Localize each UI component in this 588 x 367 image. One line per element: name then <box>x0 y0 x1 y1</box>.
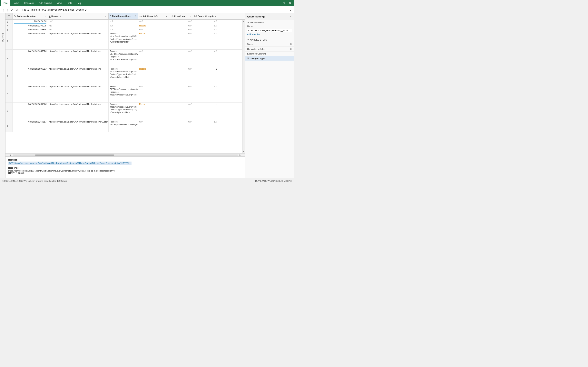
formula-bar: ❮ ❯ ⟳ fx ⌄ <box>0 6 294 13</box>
cell-additional: null <box>138 120 169 132</box>
cell-additional: Record <box>138 67 169 85</box>
table-row[interactable]: 4% 0:00:00.0449967https://services.odata… <box>6 32 242 50</box>
detail-response-url: https://services.odata.org/V4/Northwind/… <box>8 170 242 172</box>
cell-additional: null <box>138 50 169 67</box>
menu-transform[interactable]: Transform <box>21 0 37 6</box>
filter-datasource-icon[interactable]: ▼ <box>134 15 137 17</box>
data-area: ☷ ⏲ Exclusive Duration ▼ A̲̲ Resource ▼ … <box>6 13 245 178</box>
cell-resource: https://services.odata.org/V4/Northwind/… <box>48 120 108 132</box>
col-label-rowcount: Row Count <box>174 15 185 17</box>
menu-view[interactable]: View <box>54 0 64 6</box>
cell-rowcount: null <box>169 28 193 32</box>
cell-exclusive: % 0:00:00.0827382 <box>13 85 48 102</box>
col-header-rowcount[interactable]: 1²3 Row Count ▼ <box>169 13 193 19</box>
status-right: PREVIEW DOWNLOADED AT 5:30 PM <box>254 180 292 182</box>
step-gear-icon[interactable]: ⚙ <box>290 43 292 45</box>
detail-response-section: Response: https://services.odata.org/V4/… <box>8 167 242 174</box>
col-header-additional[interactable]: ↕↔ Additional Info ▼ <box>138 13 169 19</box>
cell-rowcount: null <box>169 50 193 67</box>
h-scroll-thumb[interactable] <box>35 154 114 156</box>
applied-steps-section-label: ▼ APPLIED STEPS <box>245 37 294 42</box>
table-row[interactable]: 6% 0:00:00.0030893https://services.odata… <box>6 67 242 85</box>
scroll-left-button[interactable]: ◀ <box>9 154 12 156</box>
cell-exclusive: % 0:00:00.0009076 <box>13 102 48 120</box>
name-property-label: Name <box>247 25 257 27</box>
cell-datasource: Request:GET https://services.odata.org/V <box>108 120 138 132</box>
name-property-row: Name <box>245 25 294 28</box>
col-header-rownum[interactable]: ☷ <box>6 13 13 19</box>
menu-add-column[interactable]: Add Column <box>37 0 54 6</box>
table-row[interactable]: 8% 0:00:00.0009076https://services.odata… <box>6 102 242 120</box>
properties-arrow-icon: ▼ <box>247 22 249 24</box>
step-gear-icon[interactable]: ⚙ <box>290 48 292 50</box>
cell-rownum: 7 <box>6 85 13 102</box>
applied-steps-list: Source⚙Converted to Table⚙Expanded Colum… <box>245 42 294 61</box>
step-delete-icon[interactable]: ✕ <box>247 57 249 60</box>
grid-scroll-inner[interactable]: 1% 0:00:00.00nullnullnullnullnull2% 0:00… <box>6 20 242 153</box>
cell-datasource: Request:https://services.odata.org/V4/NC… <box>108 102 138 120</box>
nav-forward-button[interactable]: ❯ <box>6 8 10 12</box>
cell-additional: null <box>138 20 169 24</box>
filter-rowcount-icon[interactable]: ▼ <box>189 15 191 17</box>
cell-rowcount: null <box>169 120 193 132</box>
detail-response-status: HTTP/1.1 200 OK <box>8 172 242 174</box>
name-property-input[interactable] <box>247 29 292 32</box>
cell-exclusive: % 0:00:00.0286070 <box>13 50 48 67</box>
vertical-scrollbar[interactable]: ▲ ▼ <box>242 20 245 153</box>
filter-resource-icon[interactable]: ▼ <box>104 15 107 17</box>
cell-rowcount: null <box>169 102 193 120</box>
table-row[interactable]: 9% 0:00:00.0269857https://services.odata… <box>6 120 242 132</box>
filter-contentlen-icon[interactable]: ▼ <box>214 15 217 17</box>
menu-file[interactable]: File <box>1 0 10 6</box>
applied-step-item[interactable]: ✕Changed Type <box>245 56 294 61</box>
table-row[interactable]: 3% 0:00:00.0253896nullnullnullnullnull <box>6 28 242 32</box>
menu-home[interactable]: Home <box>10 0 21 6</box>
filter-additional-icon[interactable]: ▼ <box>165 15 168 17</box>
cell-resource: null <box>48 28 108 32</box>
cell-rownum: 9 <box>6 120 13 132</box>
refresh-button[interactable]: ⟳ <box>10 8 14 12</box>
applied-step-item[interactable]: Expanded Column1 <box>245 51 294 56</box>
query-settings-close-button[interactable]: ✕ <box>290 15 292 18</box>
maximize-icon[interactable]: ◻ <box>281 1 287 6</box>
h-scroll-track[interactable] <box>13 154 238 156</box>
menu-help[interactable]: Help <box>74 0 84 6</box>
grid-table-wrap: 1% 0:00:00.00nullnullnullnullnull2% 0:00… <box>6 20 242 132</box>
detail-request-url[interactable]: GET https://services.odata.org/V4/Northw… <box>8 162 132 165</box>
col-header-datasource[interactable]: A̲̲ Data Source Query ▼ <box>108 13 138 19</box>
cell-rownum: 8 <box>6 102 13 120</box>
detail-request-label: Request: <box>8 158 242 161</box>
formula-expand-button[interactable]: ⌄ <box>288 8 293 12</box>
queries-label: Queries <box>1 33 4 42</box>
horizontal-scrollbar[interactable]: ◀ ▶ <box>6 153 245 157</box>
text-icon-datasource: A̲̲ <box>110 15 111 17</box>
minimize-icon[interactable]: − <box>275 1 281 6</box>
cell-rowcount: null <box>169 32 193 50</box>
grid-scroll-wrap: 1% 0:00:00.00nullnullnullnullnull2% 0:00… <box>6 20 245 153</box>
step-label: Converted to Table <box>247 48 265 50</box>
close-icon[interactable]: ✕ <box>287 1 293 6</box>
applied-step-item[interactable]: Source⚙ <box>245 42 294 47</box>
menu-tools[interactable]: Tools <box>64 0 74 6</box>
properties-section-label: ▼ PROPERTIES <box>245 20 294 25</box>
scroll-right-button[interactable]: ▶ <box>239 154 242 156</box>
table-row[interactable]: 5% 0:00:00.0286070https://services.odata… <box>6 50 242 67</box>
filter-exclusive-icon[interactable]: ▼ <box>44 15 46 17</box>
cell-contentlen: . <box>193 102 218 120</box>
step-label: Expanded Column1 <box>247 52 266 55</box>
nav-back-button[interactable]: ❮ <box>1 8 6 12</box>
formula-input[interactable] <box>19 8 288 11</box>
col-header-contentlen[interactable]: 1²3 Content Length ▼ <box>193 13 218 19</box>
table-row[interactable]: 1% 0:00:00.00nullnullnullnullnull <box>6 20 242 24</box>
col-header-exclusive[interactable]: ⏲ Exclusive Duration ▼ <box>13 13 48 19</box>
queries-panel: Queries <box>0 13 6 178</box>
applied-step-item[interactable]: Converted to Table⚙ <box>245 47 294 51</box>
all-properties-link[interactable]: All Properties <box>245 33 294 37</box>
col-label-additional: Additional Info <box>143 15 158 17</box>
table-row[interactable]: 2% 0:00:00.0106075nullnullRecordnullnull <box>6 24 242 28</box>
cell-rowcount: null <box>169 85 193 102</box>
table-row[interactable]: 7% 0:00:00.0827382https://services.odata… <box>6 85 242 102</box>
scroll-down-button[interactable]: ▼ <box>242 150 245 153</box>
col-header-resource[interactable]: A̲̲ Resource ▼ <box>48 13 108 19</box>
scroll-up-button[interactable]: ▲ <box>242 20 245 23</box>
